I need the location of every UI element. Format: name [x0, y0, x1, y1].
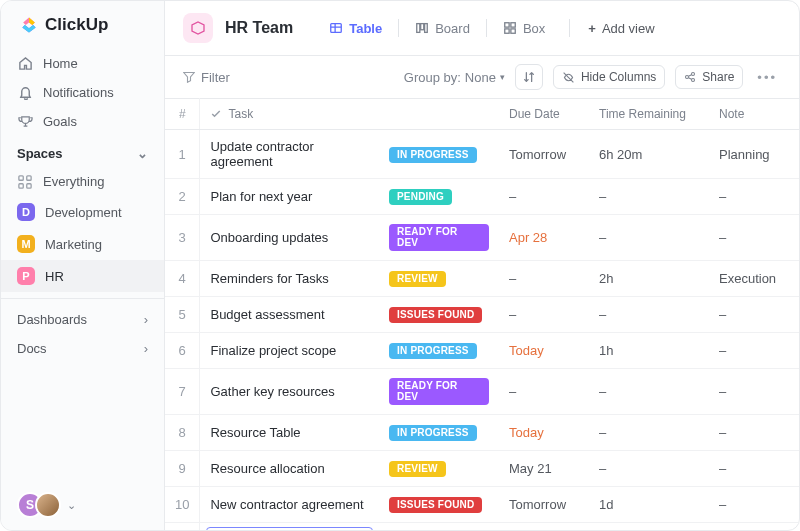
brand[interactable]: ClickUp — [1, 1, 164, 49]
col-header-due[interactable]: Due Date — [499, 99, 589, 130]
col-header-num[interactable]: # — [165, 99, 200, 130]
space-development[interactable]: DDevelopment — [1, 196, 164, 228]
view-table[interactable]: Table — [323, 17, 388, 40]
status-cell[interactable]: READY FOR DEV — [379, 215, 499, 261]
due-date-cell[interactable]: Today — [499, 333, 589, 369]
time-remaining-cell[interactable]: 1h — [589, 333, 709, 369]
time-remaining-cell[interactable]: – — [589, 451, 709, 487]
hide-columns-button[interactable]: Hide Columns — [553, 65, 665, 89]
groupby-button[interactable]: Group by: None ▾ — [404, 70, 505, 85]
table-row[interactable]: 4Reminders for TasksREVIEW–2hExecution — [165, 261, 799, 297]
nav-home[interactable]: Home — [1, 49, 164, 78]
sidebar-everything[interactable]: Everything — [1, 167, 164, 196]
task-name-cell[interactable]: Resource Table — [200, 415, 379, 451]
status-cell[interactable]: IN PROGRESS — [379, 333, 499, 369]
table-row[interactable]: 3Onboarding updatesREADY FOR DEVApr 28–– — [165, 215, 799, 261]
note-cell[interactable]: – — [709, 179, 799, 215]
task-name-input[interactable]: Update key objectives — [206, 527, 373, 530]
due-date-cell[interactable]: Apr 28 — [499, 215, 589, 261]
due-date-cell[interactable]: – — [499, 179, 589, 215]
task-name-cell[interactable]: Onboarding updates — [200, 215, 379, 261]
table-row[interactable]: 7Gather key resourcesREADY FOR DEV––– — [165, 369, 799, 415]
due-date-cell[interactable]: Today — [499, 415, 589, 451]
task-name-cell[interactable]: Finalize project scope — [200, 333, 379, 369]
note-cell[interactable]: – — [709, 523, 799, 531]
note-cell[interactable]: – — [709, 297, 799, 333]
task-name-cell[interactable]: Update contractor agreement — [200, 130, 379, 179]
view-board[interactable]: Board — [409, 17, 476, 40]
table-row[interactable]: 5Budget assessmentISSUES FOUND––– — [165, 297, 799, 333]
section-docs[interactable]: Docs› — [1, 334, 164, 363]
status-cell[interactable]: ISSUES FOUND — [379, 297, 499, 333]
view-box[interactable]: Box — [497, 17, 551, 40]
task-name-cell[interactable]: Update key objectives — [200, 523, 379, 531]
note-cell[interactable]: – — [709, 369, 799, 415]
status-cell[interactable]: READY FOR DEV — [379, 369, 499, 415]
status-cell[interactable]: REVIEW — [379, 451, 499, 487]
table-row[interactable]: 6Finalize project scopeIN PROGRESSToday1… — [165, 333, 799, 369]
due-date-cell[interactable]: May 21 — [499, 451, 589, 487]
chevron-right-icon: › — [144, 312, 148, 327]
table-row[interactable]: 8Resource TableIN PROGRESSToday–– — [165, 415, 799, 451]
time-remaining-cell[interactable]: – — [589, 369, 709, 415]
add-view-button[interactable]: + Add view — [588, 21, 654, 36]
due-date-cell[interactable]: – — [499, 261, 589, 297]
time-remaining-cell[interactable]: – — [589, 297, 709, 333]
due-date-cell[interactable]: Tomorrow — [499, 130, 589, 179]
sidebar-footer: S ⌄ — [1, 480, 164, 530]
task-name-cell[interactable]: Gather key resources — [200, 369, 379, 415]
table-row[interactable]: 1Update contractor agreementIN PROGRESST… — [165, 130, 799, 179]
time-remaining-cell[interactable]: – — [589, 415, 709, 451]
chevron-down-icon[interactable]: ⌄ — [67, 499, 76, 512]
time-remaining-cell[interactable]: 6h 20m — [589, 130, 709, 179]
time-remaining-cell[interactable]: 2h — [589, 261, 709, 297]
col-header-note[interactable]: Note — [709, 99, 799, 130]
sort-button[interactable] — [515, 64, 543, 90]
time-remaining-cell[interactable]: 1d — [589, 487, 709, 523]
note-cell[interactable]: Planning — [709, 130, 799, 179]
status-cell[interactable]: REVIEW — [379, 261, 499, 297]
note-cell[interactable]: – — [709, 451, 799, 487]
task-name-cell[interactable]: Resource allocation — [200, 451, 379, 487]
note-cell[interactable]: Execution — [709, 261, 799, 297]
note-cell[interactable]: – — [709, 333, 799, 369]
table-row[interactable]: 11Update key objectivesIN PROGRESS––– — [165, 523, 799, 531]
task-name-cell[interactable]: Reminders for Tasks — [200, 261, 379, 297]
spaces-header[interactable]: Spaces ⌄ — [1, 136, 164, 167]
time-remaining-cell[interactable]: – — [589, 215, 709, 261]
folder-icon — [183, 13, 213, 43]
status-cell[interactable]: IN PROGRESS — [379, 523, 499, 531]
avatar-user[interactable] — [35, 492, 61, 518]
table-row[interactable]: 9Resource allocationREVIEWMay 21–– — [165, 451, 799, 487]
task-name-cell[interactable]: New contractor agreement — [200, 487, 379, 523]
note-cell[interactable]: – — [709, 215, 799, 261]
status-cell[interactable]: ISSUES FOUND — [379, 487, 499, 523]
share-button[interactable]: Share — [675, 65, 743, 89]
task-name-cell[interactable]: Budget assessment — [200, 297, 379, 333]
space-hr[interactable]: PHR — [1, 260, 164, 292]
status-cell[interactable]: IN PROGRESS — [379, 415, 499, 451]
status-cell[interactable]: PENDING — [379, 179, 499, 215]
note-cell[interactable]: – — [709, 487, 799, 523]
table-row[interactable]: 2Plan for next yearPENDING––– — [165, 179, 799, 215]
table-row[interactable]: 10New contractor agreementISSUES FOUNDTo… — [165, 487, 799, 523]
time-remaining-cell[interactable]: – — [589, 179, 709, 215]
space-marketing[interactable]: MMarketing — [1, 228, 164, 260]
col-header-task[interactable]: Task — [200, 99, 379, 130]
nav-trophy[interactable]: Goals — [1, 107, 164, 136]
note-cell[interactable]: – — [709, 415, 799, 451]
task-name-cell[interactable]: Plan for next year — [200, 179, 379, 215]
status-badge: IN PROGRESS — [389, 343, 477, 359]
clickup-logo-icon — [19, 15, 39, 35]
due-date-cell[interactable]: Tomorrow — [499, 487, 589, 523]
status-cell[interactable]: IN PROGRESS — [379, 130, 499, 179]
due-date-cell[interactable]: – — [499, 369, 589, 415]
due-date-cell[interactable]: – — [499, 523, 589, 531]
filter-button[interactable]: Filter — [183, 70, 230, 85]
more-menu-button[interactable]: ••• — [753, 70, 781, 85]
section-dashboards[interactable]: Dashboards› — [1, 305, 164, 334]
nav-bell[interactable]: Notifications — [1, 78, 164, 107]
due-date-cell[interactable]: – — [499, 297, 589, 333]
time-remaining-cell[interactable]: – — [589, 523, 709, 531]
col-header-time[interactable]: Time Remaining — [589, 99, 709, 130]
